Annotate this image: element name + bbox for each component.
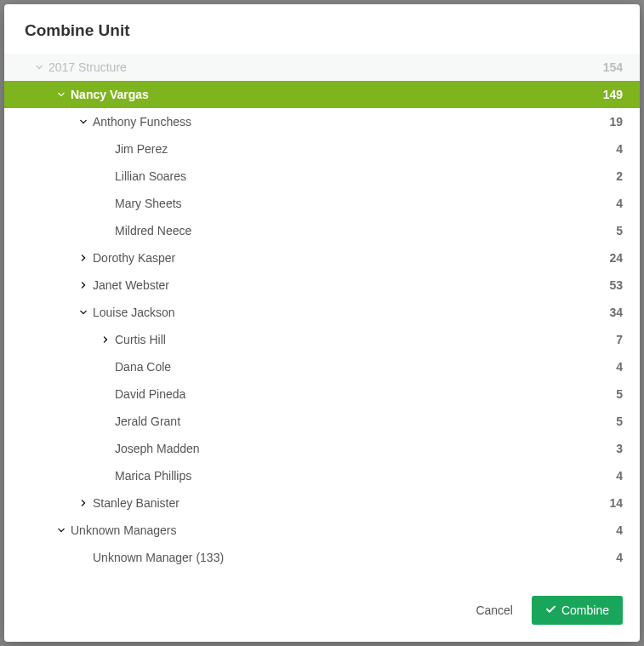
tree-item-count: 149 — [603, 88, 623, 101]
tree-item-label: Lillian Soares — [115, 169, 186, 183]
tree-label-wrap: Anthony Funchess — [4, 115, 191, 129]
tree-item-count: 3 — [616, 442, 623, 455]
tree-row[interactable]: Curtis Hill7 — [4, 326, 640, 353]
tree-row[interactable]: Dana Cole4 — [4, 353, 640, 380]
tree-label-wrap: Mildred Neece — [4, 224, 191, 237]
tree-label-wrap: Marica Phillips — [4, 469, 191, 483]
tree-item-label: 2017 Structure — [48, 60, 127, 74]
tree-item-label: Unknown Manager (133) — [93, 551, 224, 564]
tree-row[interactable]: Marica Phillips4 — [4, 462, 640, 489]
tree-row[interactable]: Jerald Grant5 — [4, 408, 640, 435]
combine-button-label: Combine — [561, 603, 609, 617]
tree-item-count: 4 — [616, 360, 623, 374]
tree-item-count: 4 — [616, 523, 623, 537]
tree-item-label: Anthony Funchess — [93, 115, 191, 129]
tree-item-label: Stanley Banister — [93, 496, 180, 510]
tree-item-count: 5 — [616, 224, 623, 237]
chevron-down-icon[interactable] — [35, 63, 43, 71]
tree-item-label: Louise Jackson — [93, 306, 175, 319]
tree-label-wrap: Dana Cole — [4, 360, 171, 374]
chevron-right-icon[interactable] — [101, 335, 110, 344]
tree-item-label: Curtis Hill — [115, 333, 166, 346]
tree-label-wrap: Jerald Grant — [4, 414, 180, 428]
tree-item-label: Marica Phillips — [115, 469, 191, 483]
tree-list: 2017 Structure154Nancy Vargas149Anthony … — [4, 54, 640, 582]
tree-label-wrap: Curtis Hill — [4, 333, 166, 346]
tree-label-wrap: Nancy Vargas — [4, 88, 149, 101]
tree-item-count: 4 — [616, 197, 623, 210]
tree-row[interactable]: Mary Sheets4 — [4, 190, 640, 217]
tree-item-label: Janet Webster — [93, 278, 169, 292]
tree-label-wrap: Stanley Banister — [4, 496, 180, 510]
tree-item-label: Jim Perez — [115, 142, 168, 156]
tree-row[interactable]: Lillian Soares2 — [4, 163, 640, 190]
tree-item-label: Dana Cole — [115, 360, 171, 374]
tree-row[interactable]: Joseph Madden3 — [4, 435, 640, 462]
chevron-right-icon[interactable] — [79, 254, 88, 262]
tree-label-wrap: Joseph Madden — [4, 442, 200, 455]
tree-label-wrap: David Pineda — [4, 387, 185, 401]
tree-label-wrap: Louise Jackson — [4, 306, 175, 319]
chevron-down-icon[interactable] — [79, 117, 88, 126]
tree-item-count: 4 — [616, 551, 623, 564]
tree-item-count: 24 — [609, 251, 623, 265]
tree-row[interactable]: Nancy Vargas149 — [4, 81, 640, 108]
tree-row[interactable]: Mildred Neece5 — [4, 217, 640, 244]
tree-row[interactable]: David Pineda5 — [4, 380, 640, 408]
tree-row[interactable]: Jim Perez4 — [4, 135, 640, 163]
chevron-down-icon[interactable] — [57, 90, 66, 99]
tree-label-wrap: Janet Webster — [4, 278, 169, 292]
tree-item-label: Joseph Madden — [115, 442, 200, 455]
tree-item-count: 4 — [616, 142, 623, 156]
combine-button[interactable]: Combine — [532, 596, 623, 625]
modal-title: Combine Unit — [25, 21, 619, 40]
tree-item-count: 53 — [609, 278, 623, 292]
tree-label-wrap: Unknown Managers — [4, 523, 177, 537]
tree-row[interactable]: 2017 Structure154 — [4, 54, 640, 81]
tree-row[interactable]: Unknown Manager (133)4 — [4, 544, 640, 571]
tree-item-label: Mary Sheets — [115, 197, 182, 210]
tree-item-count: 2 — [616, 169, 623, 183]
cancel-button[interactable]: Cancel — [472, 597, 516, 624]
tree-row[interactable]: Anthony Funchess19 — [4, 108, 640, 135]
tree-item-count: 14 — [609, 496, 623, 510]
tree-item-count: 7 — [616, 333, 623, 346]
modal-footer: Cancel Combine — [4, 582, 640, 642]
tree-label-wrap: Mary Sheets — [4, 197, 182, 210]
tree-item-label: Dorothy Kasper — [93, 251, 175, 265]
tree-row[interactable]: Louise Jackson34 — [4, 299, 640, 326]
tree-item-count: 34 — [609, 306, 623, 319]
tree-item-count: 19 — [609, 115, 623, 129]
tree-item-count: 5 — [616, 414, 623, 428]
chevron-down-icon[interactable] — [57, 526, 66, 535]
combine-unit-modal: Combine Unit 2017 Structure154Nancy Varg… — [4, 4, 640, 642]
tree-row[interactable]: Stanley Banister14 — [4, 489, 640, 517]
tree-item-label: Unknown Managers — [71, 523, 177, 537]
tree-item-label: Nancy Vargas — [71, 88, 149, 101]
chevron-right-icon[interactable] — [79, 499, 88, 507]
tree-row[interactable]: Dorothy Kasper24 — [4, 244, 640, 272]
tree-label-wrap: Dorothy Kasper — [4, 251, 175, 265]
chevron-right-icon[interactable] — [79, 281, 88, 289]
tree-label-wrap: Jim Perez — [4, 142, 168, 156]
tree-item-count: 4 — [616, 469, 623, 483]
tree-row[interactable]: Unknown Managers4 — [4, 517, 640, 544]
check-icon — [545, 603, 556, 617]
tree-item-count: 5 — [616, 387, 623, 401]
tree-item-count: 154 — [603, 60, 623, 74]
tree-row[interactable]: Janet Webster53 — [4, 272, 640, 299]
tree-label-wrap: Unknown Manager (133) — [4, 551, 224, 564]
chevron-down-icon[interactable] — [79, 308, 88, 317]
tree-label-wrap: 2017 Structure — [4, 60, 127, 74]
modal-header: Combine Unit — [4, 4, 640, 54]
tree-item-label: David Pineda — [115, 387, 185, 401]
tree-item-label: Jerald Grant — [115, 414, 180, 428]
tree-item-label: Mildred Neece — [115, 224, 191, 237]
tree-label-wrap: Lillian Soares — [4, 169, 186, 183]
